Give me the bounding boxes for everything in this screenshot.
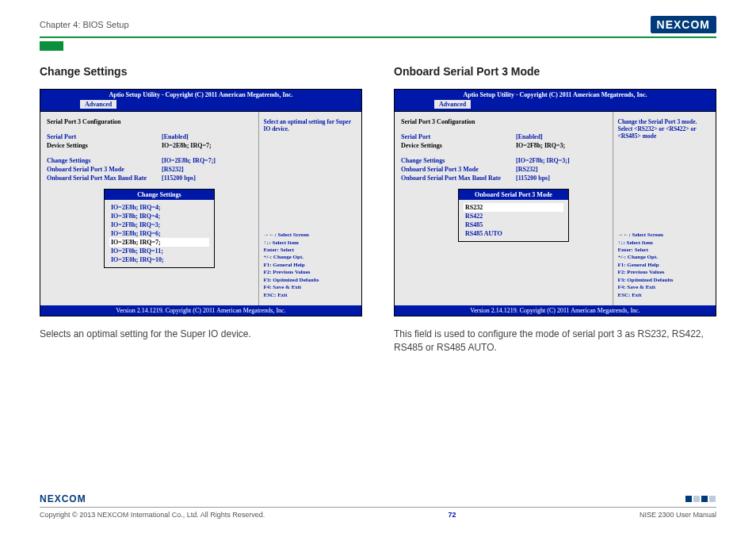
config-row[interactable]: Change Settings[IO=2E8h; IRQ=7;] <box>47 157 252 164</box>
popup-option[interactable]: IO=3F8h; IRQ=4; <box>109 212 209 220</box>
bios-tab-advanced[interactable]: Advanced <box>434 100 471 109</box>
popup-option[interactable]: IO=3E8h; IRQ=6; <box>109 229 209 238</box>
config-value: [Enabled] <box>516 133 543 140</box>
popup-option[interactable]: IO=2E8h; IRQ=4; <box>109 203 209 212</box>
config-value: [IO=2E8h; IRQ=7;] <box>162 157 216 164</box>
config-value: [RS232] <box>516 166 538 173</box>
config-row[interactable]: Onboard Serial Port 3 Mode[RS232] <box>401 166 606 173</box>
config-value: [RS232] <box>162 166 184 173</box>
bios-tab-advanced[interactable]: Advanced <box>80 100 116 109</box>
popup-option[interactable]: RS422 <box>464 212 563 220</box>
config-label: Change Settings <box>47 157 162 164</box>
config-value: IO=2E8h; IRQ=7; <box>162 142 212 149</box>
config-label: Device Settings <box>47 142 162 149</box>
popup-option[interactable]: IO=2E0h; IRQ=10; <box>109 255 209 264</box>
footer-squares-icon <box>685 491 716 505</box>
config-row[interactable]: Onboard Serial Port Max Baud Rate[115200… <box>401 174 606 182</box>
bios-screen-left: Aptio Setup Utility - Copyright (C) 2011… <box>40 89 362 316</box>
config-value: [115200 bps] <box>162 174 196 182</box>
popup-option[interactable]: IO=2F0h; IRQ=11; <box>109 247 209 255</box>
brand-logo: NEXCOM <box>651 16 716 33</box>
header-rule <box>40 36 716 38</box>
bios-titlebar: Aptio Setup Utility - Copyright (C) 2011… <box>395 90 716 100</box>
footer-brand: NEXCOM <box>40 493 86 504</box>
section-title-port-mode: Onboard Serial Port 3 Mode <box>394 65 716 78</box>
config-row[interactable]: Device SettingsIO=2E8h; IRQ=7; <box>47 142 252 149</box>
section-description: This field is used to configure the mode… <box>394 328 716 355</box>
help-keys: →←: Select Screen↑↓: Select ItemEnter: S… <box>618 232 712 299</box>
config-label: Onboard Serial Port Max Baud Rate <box>401 174 516 182</box>
config-row[interactable]: Onboard Serial Port Max Baud Rate[115200… <box>47 174 252 182</box>
config-row[interactable]: Serial Port[Enabled] <box>401 133 606 140</box>
section-description: Selects an optimal setting for the Super… <box>40 328 362 341</box>
popup-title: Onboard Serial Port 3 Mode <box>459 190 568 200</box>
config-label: Device Settings <box>401 142 516 149</box>
config-label: Onboard Serial Port Max Baud Rate <box>47 174 162 182</box>
help-description: Select an optimal setting for Super IO d… <box>264 118 357 132</box>
config-value: [Enabled] <box>162 133 189 140</box>
config-row[interactable]: Onboard Serial Port 3 Mode[RS232] <box>47 166 252 173</box>
popup-title: Change Settings <box>105 190 214 200</box>
config-value: IO=2F8h; IRQ=3; <box>516 142 565 149</box>
config-label: Change Settings <box>401 157 516 164</box>
popup-option[interactable]: RS485 AUTO <box>464 229 563 238</box>
bios-tabstrip: Advanced <box>395 100 716 111</box>
page-tab-stub <box>40 41 63 51</box>
bios-version-bar: Version 2.14.1219. Copyright (C) 2011 Am… <box>40 305 361 316</box>
popup-option[interactable]: IO=2F8h; IRQ=3; <box>109 220 209 229</box>
bios-screen-right: Aptio Setup Utility - Copyright (C) 2011… <box>394 89 716 316</box>
help-description: Change the Serial Port 3 mode. Select <R… <box>618 118 712 140</box>
config-value: [IO=2F8h; IRQ=3;] <box>516 157 570 164</box>
config-heading: Serial Port 3 Configuration <box>401 118 606 125</box>
manual-name: NISE 2300 User Manual <box>640 511 716 519</box>
bios-titlebar: Aptio Setup Utility - Copyright (C) 2011… <box>40 90 361 100</box>
config-label: Serial Port <box>401 133 516 140</box>
config-label: Serial Port <box>47 133 162 140</box>
footer-copyright: Copyright © 2013 NEXCOM International Co… <box>40 511 265 519</box>
config-row[interactable]: Change Settings[IO=2F8h; IRQ=3;] <box>401 157 606 164</box>
page-number: 72 <box>449 511 456 519</box>
bios-tabstrip: Advanced <box>40 100 361 111</box>
help-keys: →←: Select Screen↑↓: Select ItemEnter: S… <box>264 232 357 299</box>
popup-change-settings: Change Settings IO=2E8h; IRQ=4;IO=3F8h; … <box>104 189 215 268</box>
section-title-change-settings: Change Settings <box>40 65 362 78</box>
config-value: [115200 bps] <box>516 174 550 182</box>
popup-option[interactable]: IO=2E8h; IRQ=7; <box>109 238 209 247</box>
config-row[interactable]: Serial Port[Enabled] <box>47 133 252 140</box>
popup-port-mode: Onboard Serial Port 3 Mode RS232RS422RS4… <box>458 189 569 242</box>
popup-option[interactable]: RS232 <box>464 203 563 212</box>
config-heading: Serial Port 3 Configuration <box>47 118 252 125</box>
chapter-label: Chapter 4: BIOS Setup <box>40 20 129 29</box>
config-label: Onboard Serial Port 3 Mode <box>401 166 516 173</box>
config-row[interactable]: Device SettingsIO=2F8h; IRQ=3; <box>401 142 606 149</box>
popup-option[interactable]: RS485 <box>464 220 563 229</box>
config-label: Onboard Serial Port 3 Mode <box>47 166 162 173</box>
bios-version-bar: Version 2.14.1219. Copyright (C) 2011 Am… <box>395 305 716 316</box>
